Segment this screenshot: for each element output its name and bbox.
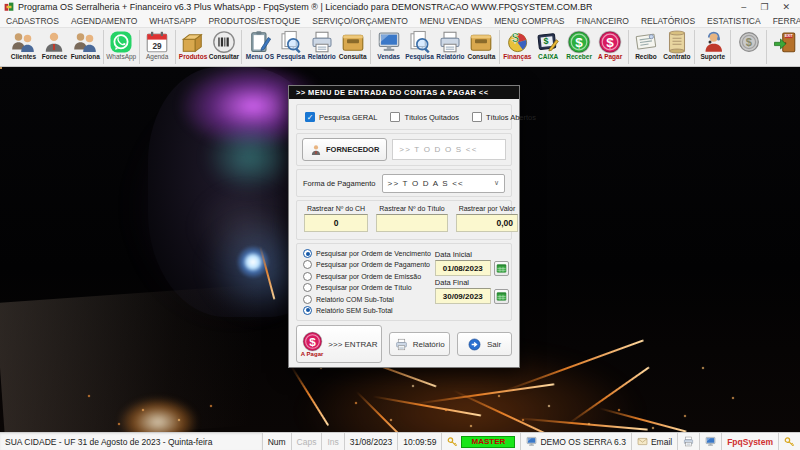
supplier-icon	[42, 30, 66, 54]
calendar-grid-icon	[496, 291, 507, 302]
menu-cadastros[interactable]: CADASTROS	[0, 16, 65, 26]
printer-icon	[683, 436, 694, 447]
toolbar-button-funcionario[interactable]: Funciona	[70, 28, 101, 66]
radio-ordem-pagamento[interactable]: Pesquisar por Ordem de Pagamento	[303, 260, 431, 269]
arrow-circle-icon	[468, 338, 481, 351]
forma-pagamento-select[interactable]: >> T O D A S << ∨	[382, 174, 505, 193]
toolbar-button-receber[interactable]: Receber	[564, 28, 595, 66]
coin-icon	[737, 30, 761, 54]
menu-produtos-estoque[interactable]: PRODUTOS/ESTOQUE	[202, 16, 306, 26]
exit-door-icon	[773, 30, 797, 54]
menu-relatorios[interactable]: RELATÓRIOS	[635, 16, 701, 26]
status-key	[779, 433, 800, 450]
status-email[interactable]: Email	[632, 433, 678, 450]
toolbar-button-fornecedor[interactable]: Fornece	[39, 28, 70, 66]
spark-line	[567, 366, 650, 425]
close-button[interactable]: ✕	[782, 0, 790, 14]
fornecedor-input[interactable]: >> T O D O S <<	[392, 139, 506, 160]
radio-ordem-vencimento[interactable]: Pesquisar por Ordem de Vencimento	[303, 249, 431, 258]
dialog-title: >> MENU DE ENTRADA DO CONTAS A PAGAR <<	[289, 86, 519, 99]
radio-icon	[303, 306, 312, 315]
checkbox-icon	[390, 112, 400, 122]
toolbar-button-produtos[interactable]: Produtos	[178, 28, 209, 66]
menu-ferramentas[interactable]: FERRAMENTAS	[767, 16, 800, 26]
data-final-calendar-button[interactable]	[494, 289, 509, 304]
toolbar-button-moeda[interactable]	[733, 28, 764, 66]
status-bar: SUA CIDADE - UF 31 de Agosto de 2023 - Q…	[0, 432, 800, 450]
sair-button[interactable]: Sair	[457, 332, 512, 356]
data-inicial-input[interactable]: 01/08/2023	[435, 260, 491, 276]
toolbar-button-contrato[interactable]: Contrato	[661, 28, 692, 66]
menu-agendamento[interactable]: AGENDAMENTO	[65, 16, 143, 26]
radio-relatorio-sem-subtotal[interactable]: Relatório SEM Sub-Total	[303, 306, 431, 315]
radio-relatorio-com-subtotal[interactable]: Relatório COM Sub-Total	[303, 295, 431, 304]
forma-pagamento-group: Forma de Pagamento >> T O D A S << ∨	[296, 169, 512, 197]
rastrear-group: Rastrear Nº do CH 0 Rastrear Nº do Títul…	[296, 200, 512, 240]
rastrear-valor-input[interactable]: 0,00	[456, 214, 518, 232]
filter-group: ✓ Pesquisa GERAL Títulos Quitados Título…	[296, 104, 512, 130]
menu-bar: CADASTROS AGENDAMENTO WHATSAPP PRODUTOS/…	[0, 14, 800, 28]
toolbar-button-whatsapp[interactable]: WhatsApp	[106, 28, 137, 66]
toolbar: Clientes Fornece Funciona WhatsApp Agend…	[0, 28, 800, 67]
dialog-actions: A Pagar >>> ENTRAR Relatório Sair	[296, 324, 512, 364]
toolbar-button-consulta-vendas[interactable]: Consulta	[466, 28, 497, 66]
menu-financeiro[interactable]: FINANCEIRO	[571, 16, 635, 26]
status-ins: Ins	[322, 433, 344, 450]
entrar-button[interactable]: A Pagar >>> ENTRAR	[296, 325, 382, 363]
menu-servico-orcamento[interactable]: SERVIÇO/ORÇAMENTO	[306, 16, 414, 26]
status-caps: Caps	[292, 433, 323, 450]
status-printer[interactable]	[678, 433, 700, 450]
toolbar-button-a-pagar[interactable]: A Pagar	[595, 28, 626, 66]
toolbar-button-menu-os[interactable]: Menu OS	[244, 28, 275, 66]
menu-vendas[interactable]: MENU VENDAS	[414, 16, 488, 26]
checkbox-titulos-abertos[interactable]: Títulos Abertos	[472, 112, 536, 122]
toolbar-button-vendas[interactable]: Vendas	[373, 28, 404, 66]
user-level-badge: MASTER	[461, 436, 515, 448]
status-num: Num	[263, 433, 292, 450]
rastrear-ch-input[interactable]: 0	[304, 214, 368, 232]
toolbar-separator	[103, 30, 104, 64]
toolbar-separator	[139, 30, 140, 64]
data-final-input[interactable]: 30/09/2023	[435, 288, 491, 304]
toolbar-button-caixa[interactable]: CAIXA	[533, 28, 564, 66]
rastrear-titulo-input[interactable]	[376, 214, 448, 232]
toolbar-button-relatorio-vendas[interactable]: Relatório	[435, 28, 466, 66]
dialog-body: ✓ Pesquisa GERAL Títulos Quitados Título…	[289, 99, 519, 369]
checkbox-pesquisa-geral[interactable]: ✓ Pesquisa GERAL	[305, 112, 377, 122]
data-inicial-calendar-button[interactable]	[494, 261, 509, 276]
toolbar-button-consultar[interactable]: Consultar	[209, 28, 240, 66]
radio-ordem-titulo[interactable]: Pesquisar por Ordem de Título	[303, 283, 431, 292]
toolbar-button-pesquisa-os[interactable]: Pesquisa	[275, 28, 306, 66]
toolbar-button-clientes[interactable]: Clientes	[8, 28, 39, 66]
status-system: DEMO OS SERRA 6.3	[521, 433, 632, 450]
fornecedor-button[interactable]: FORNECEDOR	[302, 138, 387, 161]
printer-icon	[438, 30, 462, 54]
app-icon	[4, 2, 14, 12]
email-icon	[637, 436, 648, 447]
menu-compras[interactable]: MENU COMPRAS	[488, 16, 570, 26]
toolbar-button-financas[interactable]: Finanças	[502, 28, 533, 66]
forma-pagamento-label: Forma de Pagamento	[303, 179, 376, 188]
drawer-icon	[469, 30, 493, 54]
maximize-button[interactable]: ❐	[760, 0, 768, 14]
menu-whatsapp[interactable]: WHATSAPP	[143, 16, 202, 26]
menu-estatistica[interactable]: ESTATISTICA	[701, 16, 767, 26]
dollar-green-icon	[567, 30, 591, 54]
fornecedor-group: FORNECEDOR >> T O D O S <<	[296, 133, 512, 166]
radio-icon	[303, 249, 312, 258]
relatorio-button[interactable]: Relatório	[389, 332, 450, 356]
toolbar-button-relatorio-os[interactable]: Relatório	[306, 28, 337, 66]
toolbar-separator	[730, 30, 731, 64]
toolbar-button-suporte[interactable]: Suporte	[697, 28, 728, 66]
toolbar-button-agenda[interactable]: Agenda	[142, 28, 173, 66]
toolbar-button-consulta-os[interactable]: Consulta	[337, 28, 368, 66]
desktop-background: >> MENU DE ENTRADA DO CONTAS A PAGAR << …	[0, 67, 800, 432]
spark-dots	[0, 67, 2, 69]
toolbar-button-recibo[interactable]: Recibo	[631, 28, 662, 66]
status-monitor[interactable]	[700, 433, 722, 450]
minimize-button[interactable]: –	[741, 0, 746, 14]
radio-ordem-emissao[interactable]: Pesquisar por Ordem de Emissão	[303, 272, 431, 281]
checkbox-titulos-quitados[interactable]: Títulos Quitados	[390, 112, 459, 122]
toolbar-button-sair-app[interactable]	[769, 28, 800, 66]
toolbar-button-pesquisa-vendas[interactable]: Pesquisa	[404, 28, 435, 66]
